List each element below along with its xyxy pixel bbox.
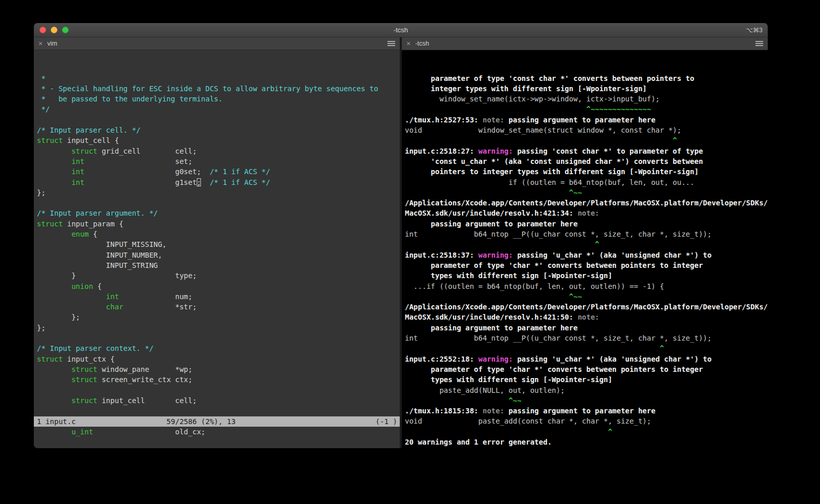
text-line	[37, 333, 400, 343]
close-pane-icon[interactable]: ×	[38, 40, 43, 47]
close-pane-icon[interactable]: ×	[406, 40, 411, 47]
text-line: */	[37, 104, 400, 114]
text-line: *	[37, 73, 400, 83]
text-segment: MacOSX.sdk/usr/include/resolv.h:421:50:	[405, 313, 578, 321]
text-segment: ^	[405, 428, 612, 436]
text-segment: window_set_name(ictx->wp->window, ictx->…	[405, 95, 660, 103]
text-line: /* Input parser context. */	[37, 343, 400, 353]
text-line: MacOSX.sdk/usr/include/resolv.h:421:34: …	[405, 208, 768, 218]
text-segment: passing argument to parameter here	[405, 324, 578, 332]
text-line: struct grid_cell cell;	[37, 146, 400, 156]
text-line: int b64_ntop __P((u_char const *, size_t…	[405, 333, 768, 343]
text-line: ...if ((outlen = b64_ntop(buf, len, out,…	[405, 281, 768, 291]
hamburger-menu-icon[interactable]	[755, 43, 763, 44]
text-segment	[37, 375, 71, 384]
text-segment: struct	[37, 220, 63, 228]
left-pane-titlebar: × vim	[34, 37, 400, 50]
text-segment: int	[71, 167, 84, 176]
text-segment: 'const u_char *' (aka 'const unsigned ch…	[405, 157, 703, 165]
text-segment: passing argument to parameter here	[508, 407, 655, 415]
text-line: int g1set; /* 1 if ACS */	[37, 177, 400, 187]
text-line	[37, 385, 400, 395]
text-segment: input_param {	[63, 220, 124, 228]
text-segment: struct	[37, 355, 63, 363]
left-pane: × vim * * - Special handling for ESC ins…	[34, 37, 400, 448]
text-line: int b64_ntop __P((u_char const *, size_t…	[405, 229, 768, 239]
text-segment: passing 'u_char *' (aka 'unsigned char *…	[517, 355, 711, 363]
text-line: } type;	[37, 270, 400, 281]
shell-terminal[interactable]: parameter of type 'const char *' convert…	[402, 50, 768, 448]
text-segment: struct	[71, 375, 97, 384]
text-segment: pointers to integer types with different…	[405, 167, 699, 176]
text-segment: input_cell {	[63, 136, 119, 144]
text-line: 20 warnings and 1 error generated.	[405, 437, 768, 447]
text-segment: note:	[578, 209, 599, 217]
text-segment: };	[37, 188, 46, 197]
text-segment: passing 'u_char *' (aka 'unsigned char *…	[517, 251, 711, 259]
traffic-lights	[39, 27, 69, 33]
text-line: MacOSX.sdk/usr/include/resolv.h:421:50: …	[405, 312, 768, 322]
text-line	[37, 406, 400, 416]
text-segment: int b64_ntop __P((u_char const *, size_t…	[405, 230, 711, 238]
text-segment: integer types with different sign [-Wpoi…	[405, 85, 647, 93]
text-segment: paste_add(NULL, out, outlen);	[405, 386, 565, 394]
text-segment: g1set	[85, 178, 197, 186]
text-line: input.c:2518:37: warning: passing 'u_cha…	[405, 250, 768, 260]
hamburger-menu-icon[interactable]	[387, 43, 395, 44]
text-segment: input_ctx {	[63, 355, 115, 363]
text-segment: } type;	[37, 271, 197, 280]
text-segment: char	[106, 303, 124, 311]
text-line: struct input_cell cell;	[37, 395, 400, 406]
text-line: ^	[405, 343, 768, 353]
text-segment: note:	[483, 116, 509, 124]
text-segment: if ((outlen = b64_ntop(buf, len, out, ou…	[405, 178, 694, 186]
minimize-window-button[interactable]	[51, 27, 57, 33]
text-line: types with different sign [-Wpointer-sig…	[405, 374, 768, 385]
close-window-button[interactable]	[39, 27, 46, 33]
text-segment: };	[37, 324, 46, 332]
text-segment: ^~~	[405, 396, 522, 405]
text-line: ^	[405, 135, 768, 145]
text-segment	[37, 178, 71, 186]
text-segment: INPUT_STRING	[37, 261, 158, 269]
text-segment: enum	[71, 230, 89, 238]
text-segment: num;	[119, 292, 192, 301]
text-line: pointers to integer types with different…	[405, 166, 768, 177]
text-line: ^~~~~~~~~~~~~~~	[405, 104, 768, 114]
text-segment: warning:	[478, 355, 517, 363]
text-line: struct window_pane *wp;	[37, 364, 400, 374]
text-segment: grid_cell cell;	[97, 147, 197, 155]
text-segment: input_cell cell;	[97, 396, 197, 405]
text-line: u_int old_cx;	[37, 427, 400, 437]
right-pane: × -tcsh parameter of type 'const char *'…	[402, 37, 768, 448]
window-titlebar[interactable]: -tcsh ⌥⌘3	[34, 23, 768, 37]
right-pane-title: -tcsh	[415, 40, 429, 47]
text-line: struct input_ctx {	[37, 354, 400, 364]
text-segment: * - Special handling for ESC inside a DC…	[37, 85, 378, 93]
text-line: ./tmux.h:1815:38: note: passing argument…	[405, 406, 768, 416]
text-segment: input.c:2518:27:	[405, 147, 478, 155]
text-segment: /Applications/Xcode.app/Contents/Develop…	[405, 303, 768, 311]
text-segment: *	[37, 74, 46, 82]
text-segment: 20 warnings and 1 error generated.	[405, 438, 552, 446]
vim-editor[interactable]: * * - Special handling for ESC inside a …	[34, 50, 400, 448]
vim-buffer: * * - Special handling for ESC inside a …	[37, 73, 400, 437]
text-segment: *str;	[124, 303, 197, 311]
text-segment: input.c:2552:18:	[405, 355, 478, 363]
text-segment: /* Input parser cell. */	[37, 126, 140, 134]
text-line: * be passed to the underlying terminals.	[37, 94, 400, 104]
text-line: /* Input parser argument. */	[37, 208, 400, 218]
text-line: 'const u_char *' (aka 'const unsigned ch…	[405, 156, 768, 166]
text-segment: };	[37, 313, 80, 321]
zoom-window-button[interactable]	[62, 27, 69, 33]
text-segment: struct	[71, 147, 97, 155]
text-segment: * be passed to the underlying terminals.	[37, 95, 222, 103]
text-line: int set;	[37, 156, 400, 166]
right-pane-titlebar: × -tcsh	[402, 37, 768, 50]
text-segment	[37, 157, 71, 165]
text-segment: passing argument to parameter here	[508, 116, 655, 124]
window-content: × vim * * - Special handling for ESC ins…	[34, 37, 768, 448]
window-title: -tcsh	[34, 26, 768, 34]
text-segment: note:	[483, 407, 509, 415]
text-segment: {	[93, 282, 102, 290]
